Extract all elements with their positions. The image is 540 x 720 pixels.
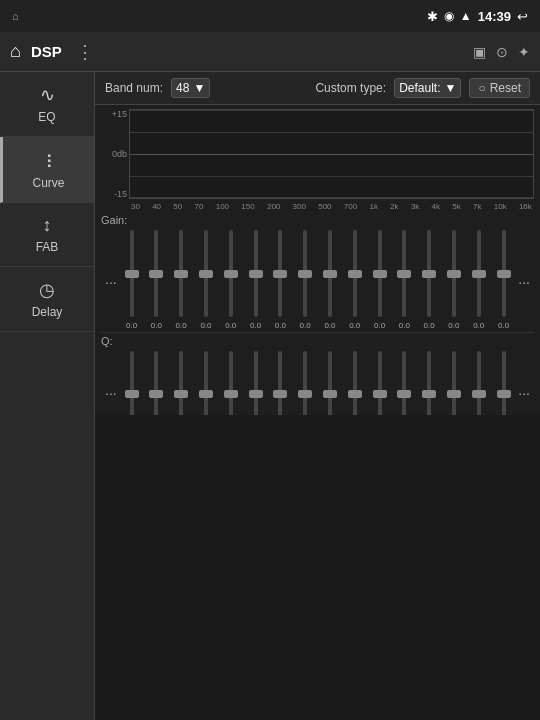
sidebar-item-fab[interactable]: ↕ FAB (0, 203, 94, 267)
gain-slider-val-14: 0.0 (473, 321, 484, 332)
gain-slider-val-9: 0.0 (349, 321, 360, 332)
q-slider-col-8: 2.20 (319, 347, 341, 415)
back-icon[interactable]: ↩ (517, 9, 528, 24)
gain-slider-track-9[interactable] (353, 230, 357, 317)
gain-slider-val-6: 0.0 (275, 321, 286, 332)
q-more-right[interactable]: ... (516, 382, 532, 398)
gain-slider-track-3[interactable] (204, 230, 208, 317)
sidebar-item-eq[interactable]: ∿ EQ (0, 72, 94, 137)
nav-icon-3[interactable]: ✦ (518, 44, 530, 60)
q-slider-track-14[interactable] (477, 351, 481, 415)
q-slider-thumb-13[interactable] (447, 390, 461, 398)
q-slider-thumb-3[interactable] (199, 390, 213, 398)
gain-more-left[interactable]: ... (103, 271, 119, 287)
q-slider-track-13[interactable] (452, 351, 456, 415)
sidebar-item-curve[interactable]: ⫶ Curve (0, 137, 94, 203)
q-slider-thumb-5[interactable] (249, 390, 263, 398)
q-slider-thumb-1[interactable] (149, 390, 163, 398)
gain-slider-thumb-11[interactable] (397, 270, 411, 278)
nav-icon-1[interactable]: ▣ (473, 44, 486, 60)
gain-slider-track-7[interactable] (303, 230, 307, 317)
q-slider-track-4[interactable] (229, 351, 233, 415)
gain-slider-track-0[interactable] (130, 230, 134, 317)
q-slider-track-1[interactable] (154, 351, 158, 415)
q-slider-thumb-12[interactable] (422, 390, 436, 398)
q-slider-thumb-15[interactable] (497, 390, 511, 398)
gain-slider-thumb-14[interactable] (472, 270, 486, 278)
gain-slider-thumb-10[interactable] (373, 270, 387, 278)
location-icon: ◉ (444, 9, 454, 23)
custom-type-select[interactable]: Default: ▼ (394, 78, 461, 98)
q-slider-thumb-11[interactable] (397, 390, 411, 398)
gain-slider-val-0: 0.0 (126, 321, 137, 332)
gain-slider-thumb-15[interactable] (497, 270, 511, 278)
q-slider-track-10[interactable] (378, 351, 382, 415)
gain-slider-track-1[interactable] (154, 230, 158, 317)
gain-slider-val-12: 0.0 (424, 321, 435, 332)
db-label-plus15: +15 (112, 109, 127, 119)
controls-row: Band num: 48 ▼ Custom type: Default: ▼ ○… (95, 72, 540, 105)
q-slider-col-10: 2.20 (369, 347, 391, 415)
q-slider-thumb-4[interactable] (224, 390, 238, 398)
graph-inner (129, 109, 534, 199)
q-slider-track-2[interactable] (179, 351, 183, 415)
home-icon[interactable]: ⌂ (10, 41, 21, 62)
gain-more-right[interactable]: ... (516, 271, 532, 287)
sidebar: ∿ EQ ⫶ Curve ↕ FAB ◷ Delay (0, 72, 95, 720)
gain-slider-thumb-7[interactable] (298, 270, 312, 278)
nav-icon-2[interactable]: ⊙ (496, 44, 508, 60)
q-slider-thumb-7[interactable] (298, 390, 312, 398)
q-slider-track-0[interactable] (130, 351, 134, 415)
q-slider-thumb-2[interactable] (174, 390, 188, 398)
reset-button[interactable]: ○ Reset (469, 78, 530, 98)
menu-icon[interactable]: ⋮ (76, 41, 94, 63)
gain-slider-thumb-0[interactable] (125, 270, 139, 278)
q-slider-track-11[interactable] (402, 351, 406, 415)
q-slider-track-3[interactable] (204, 351, 208, 415)
q-slider-track-9[interactable] (353, 351, 357, 415)
gain-slider-thumb-8[interactable] (323, 270, 337, 278)
gain-slider-track-13[interactable] (452, 230, 456, 317)
q-slider-thumb-8[interactable] (323, 390, 337, 398)
gain-slider-track-5[interactable] (254, 230, 258, 317)
gain-slider-thumb-12[interactable] (422, 270, 436, 278)
q-slider-track-15[interactable] (502, 351, 506, 415)
fab-icon: ↕ (43, 215, 52, 236)
gain-slider-thumb-6[interactable] (273, 270, 287, 278)
gain-slider-track-8[interactable] (328, 230, 332, 317)
q-slider-thumb-10[interactable] (373, 390, 387, 398)
q-slider-track-8[interactable] (328, 351, 332, 415)
q-slider-thumb-14[interactable] (472, 390, 486, 398)
gain-slider-track-10[interactable] (378, 230, 382, 317)
gain-slider-thumb-2[interactable] (174, 270, 188, 278)
gain-slider-track-14[interactable] (477, 230, 481, 317)
gain-slider-thumb-1[interactable] (149, 270, 163, 278)
gain-slider-track-2[interactable] (179, 230, 183, 317)
q-slider-track-6[interactable] (278, 351, 282, 415)
gain-slider-track-12[interactable] (427, 230, 431, 317)
q-slider-track-5[interactable] (254, 351, 258, 415)
q-slider-track-12[interactable] (427, 351, 431, 415)
gain-slider-thumb-3[interactable] (199, 270, 213, 278)
q-slider-track-7[interactable] (303, 351, 307, 415)
q-slider-thumb-6[interactable] (273, 390, 287, 398)
gain-slider-track-15[interactable] (502, 230, 506, 317)
gain-slider-thumb-5[interactable] (249, 270, 263, 278)
status-home: ⌂ (12, 10, 19, 22)
gain-slider-track-4[interactable] (229, 230, 233, 317)
gain-slider-track-11[interactable] (402, 230, 406, 317)
band-num-select[interactable]: 48 ▼ (171, 78, 210, 98)
q-slider-thumb-0[interactable] (125, 390, 139, 398)
gain-slider-thumb-9[interactable] (348, 270, 362, 278)
q-more-left[interactable]: ... (103, 382, 119, 398)
status-left: ⌂ (12, 10, 19, 22)
gain-slider-val-11: 0.0 (399, 321, 410, 332)
gain-slider-thumb-4[interactable] (224, 270, 238, 278)
q-slider-thumb-9[interactable] (348, 390, 362, 398)
sidebar-item-delay[interactable]: ◷ Delay (0, 267, 94, 332)
gain-slider-thumb-13[interactable] (447, 270, 461, 278)
gain-slider-track-6[interactable] (278, 230, 282, 317)
band-num-arrow: ▼ (193, 81, 205, 95)
time-display: 14:39 (478, 9, 511, 24)
status-bar: ⌂ ✱ ◉ ▲ 14:39 ↩ (0, 0, 540, 32)
